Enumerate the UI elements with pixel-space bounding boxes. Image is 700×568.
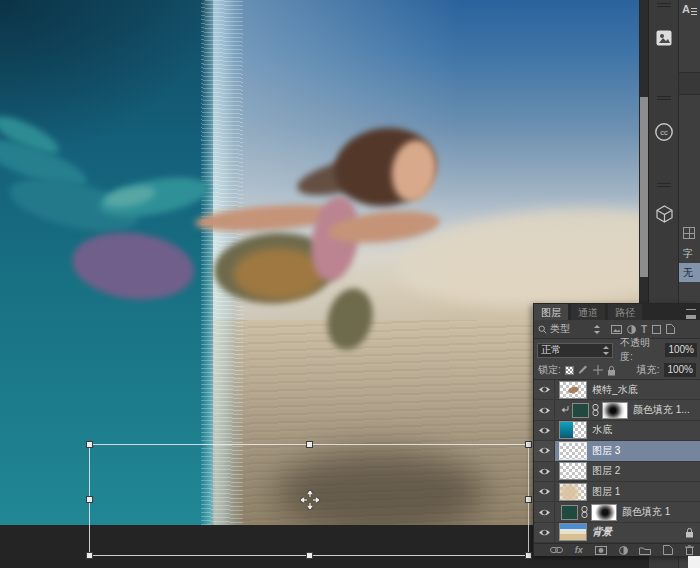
dock-gripper bbox=[657, 183, 671, 184]
blend-mode-select[interactable]: 正常 bbox=[537, 343, 613, 358]
lock-label: 锁定: bbox=[538, 363, 561, 377]
transform-handle-top-right[interactable] bbox=[525, 441, 532, 448]
layer-name: 颜色填充 1... bbox=[633, 403, 690, 417]
layer-row-color-fill-clipped[interactable]: 颜色填充 1... bbox=[534, 400, 700, 420]
3d-panel-icon[interactable] bbox=[651, 200, 677, 228]
tab-paths[interactable]: 路径 bbox=[608, 304, 642, 320]
panel-section-divider bbox=[679, 72, 700, 95]
layer-name: 图层 2 bbox=[592, 464, 620, 478]
layers-bottom-bar: fx bbox=[534, 543, 700, 556]
tab-channels[interactable]: 通道 bbox=[571, 304, 605, 320]
lock-position-icon[interactable] bbox=[593, 365, 603, 375]
dock-gripper bbox=[657, 99, 671, 100]
layer-thumbnail[interactable] bbox=[560, 484, 586, 500]
vertical-scrollbar-thumb[interactable] bbox=[640, 97, 648, 277]
layer-row-color-fill[interactable]: 颜色填充 1 bbox=[534, 502, 700, 522]
lock-transparent-pixels-icon[interactable] bbox=[565, 366, 574, 375]
layer-thumbnail[interactable] bbox=[560, 422, 586, 438]
type-layer-filter-icon[interactable]: T bbox=[641, 324, 647, 335]
blend-mode-value: 正常 bbox=[541, 343, 561, 357]
lock-image-pixels-icon[interactable] bbox=[578, 365, 589, 375]
layer-row-layer2[interactable]: 图层 2 bbox=[534, 462, 700, 482]
visibility-eye-icon[interactable] bbox=[534, 502, 555, 521]
layer-thumbnail[interactable] bbox=[560, 382, 586, 398]
mask-link-icon[interactable] bbox=[592, 404, 599, 416]
add-layer-mask-icon[interactable] bbox=[595, 546, 607, 555]
layer-name: 颜色填充 1 bbox=[622, 505, 670, 519]
layer-thumbnail[interactable] bbox=[560, 463, 586, 479]
opacity-label: 不透明度: bbox=[620, 336, 662, 364]
smart-object-filter-icon[interactable] bbox=[666, 324, 675, 334]
mask-link-icon[interactable] bbox=[581, 506, 588, 518]
transform-handle-bottom-middle[interactable] bbox=[306, 552, 313, 559]
visibility-eye-icon[interactable] bbox=[534, 482, 555, 501]
dock-gripper bbox=[657, 3, 671, 4]
shape-layer-filter-icon[interactable] bbox=[652, 325, 661, 334]
visibility-eye-icon[interactable] bbox=[534, 441, 555, 460]
layers-panel: 图层 通道 路径 类型 T 正常 不透明度: bbox=[533, 303, 700, 556]
photoshop-window: cc A 字 无 图层 通道 路径 类型 bbox=[0, 0, 700, 568]
layer-row-water[interactable]: 水底 bbox=[534, 421, 700, 441]
pixel-layer-filter-icon[interactable] bbox=[611, 325, 622, 334]
fill-color-swatch[interactable] bbox=[573, 404, 588, 417]
background-lock-icon bbox=[685, 527, 694, 538]
character-styles-icon[interactable]: A bbox=[682, 3, 697, 15]
panel-menu-icon[interactable] bbox=[686, 309, 696, 315]
visibility-eye-icon[interactable] bbox=[534, 380, 555, 399]
fill-color-swatch[interactable] bbox=[562, 506, 577, 519]
layer-row-background[interactable]: 背景 bbox=[534, 523, 700, 543]
lock-all-icon[interactable] bbox=[607, 365, 616, 376]
layer-thumbnail[interactable] bbox=[560, 524, 586, 540]
select-arrows-icon bbox=[593, 325, 600, 334]
layer-mask-thumbnail[interactable] bbox=[592, 505, 616, 520]
character-panel-title: 字 bbox=[683, 247, 693, 261]
layer-style-icon[interactable]: fx bbox=[575, 545, 583, 555]
new-group-icon[interactable] bbox=[639, 546, 651, 555]
link-layers-icon[interactable] bbox=[550, 546, 563, 554]
layer-name: 图层 1 bbox=[592, 485, 620, 499]
visibility-eye-icon[interactable] bbox=[534, 523, 555, 542]
move-cursor-crosshair bbox=[301, 491, 319, 509]
filter-kind-select[interactable]: 类型 bbox=[538, 322, 600, 336]
font-family-highlighted-row[interactable]: 无 bbox=[679, 263, 700, 282]
transform-handle-top-middle[interactable] bbox=[306, 441, 313, 448]
blend-mode-row: 正常 不透明度: 100% bbox=[534, 339, 700, 361]
layer-name: 背景 bbox=[592, 525, 612, 539]
dock-gripper bbox=[657, 6, 671, 7]
artboard-panel-icon[interactable] bbox=[651, 24, 677, 52]
layer-mask-thumbnail[interactable] bbox=[603, 403, 627, 418]
layer-row-layer1[interactable]: 图层 1 bbox=[534, 482, 700, 502]
transform-handle-top-left[interactable] bbox=[86, 441, 93, 448]
adjustment-layer-filter-icon[interactable] bbox=[627, 325, 636, 334]
tab-layers[interactable]: 图层 bbox=[534, 304, 568, 320]
panel-tab-bar: 图层 通道 路径 bbox=[534, 304, 700, 320]
visibility-eye-icon[interactable] bbox=[534, 400, 555, 419]
visibility-eye-icon[interactable] bbox=[534, 421, 555, 440]
layer-name: 图层 3 bbox=[592, 444, 620, 458]
fill-value[interactable]: 100% bbox=[664, 363, 696, 377]
layer-name: 水底 bbox=[592, 423, 612, 437]
delete-layer-icon[interactable] bbox=[685, 545, 694, 555]
creative-cloud-libraries-icon[interactable]: cc bbox=[651, 118, 677, 146]
opacity-value[interactable]: 100% bbox=[665, 343, 697, 357]
glyph-grid-icon[interactable] bbox=[683, 227, 695, 239]
new-adjustment-layer-icon[interactable] bbox=[619, 546, 628, 555]
search-icon bbox=[538, 325, 547, 334]
transform-handle-bottom-right[interactable] bbox=[525, 552, 532, 559]
visibility-eye-icon[interactable] bbox=[534, 462, 555, 481]
lock-row: 锁定: 填充: 100% bbox=[534, 361, 700, 380]
layer-thumbnail[interactable] bbox=[560, 443, 586, 459]
layer-name: 模特_水底 bbox=[592, 383, 638, 397]
svg-text:cc: cc bbox=[660, 128, 668, 137]
select-arrows-icon bbox=[602, 346, 609, 355]
clipping-mask-arrow-icon bbox=[561, 406, 570, 414]
transform-handle-middle-left[interactable] bbox=[86, 496, 93, 503]
layer-row-model[interactable]: 模特_水底 bbox=[534, 380, 700, 400]
fill-label: 填充: bbox=[637, 363, 660, 377]
transform-handle-bottom-left[interactable] bbox=[86, 552, 93, 559]
dock-gripper bbox=[657, 186, 671, 187]
layer-row-layer3-selected[interactable]: 图层 3 bbox=[534, 441, 700, 461]
background-window-corner bbox=[688, 556, 700, 568]
transform-handle-middle-right[interactable] bbox=[525, 496, 532, 503]
new-layer-icon[interactable] bbox=[663, 545, 673, 555]
